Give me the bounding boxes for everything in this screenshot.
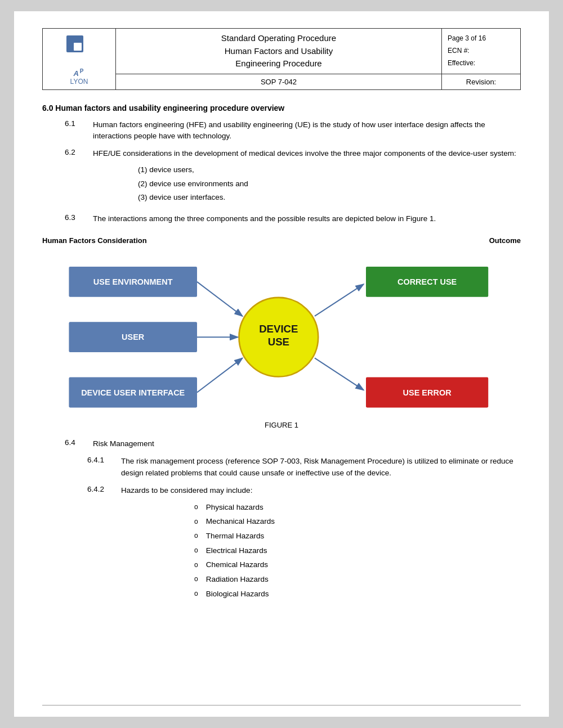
svg-text:USE ENVIRONMENT: USE ENVIRONMENT bbox=[93, 277, 173, 286]
section-6-1: 6.1 Human factors engineering (HFE) and … bbox=[65, 119, 521, 143]
figure-caption: FIGURE 1 bbox=[42, 421, 521, 429]
hazard-item: Mechanical Hazards bbox=[194, 514, 275, 529]
svg-text:DEVICE USER INTERFACE: DEVICE USER INTERFACE bbox=[81, 388, 185, 397]
section-6-4-1: 6.4.1 The risk management process (refer… bbox=[87, 456, 521, 479]
header-table: AP LYON Standard Operating Procedure Hum… bbox=[42, 28, 521, 90]
logo-sub: LYON bbox=[48, 78, 110, 86]
figure-label-left: Human Factors Consideration bbox=[42, 236, 147, 245]
svg-rect-1 bbox=[74, 43, 82, 51]
section-6-3: 6.3 The interactions among the three com… bbox=[65, 213, 521, 225]
sop-number: SOP 7-042 bbox=[261, 78, 297, 86]
hazard-item: Radiation Hazards bbox=[194, 572, 275, 587]
logo-cell: AP LYON bbox=[43, 29, 116, 90]
s6-3-num: 6.3 bbox=[65, 213, 93, 225]
page-number: Page 3 of 16 bbox=[448, 33, 515, 45]
section-6-0: 6.0 Human factors and usability engineer… bbox=[42, 104, 521, 601]
s6-4-2-text: Hazards to be considered may include: bbox=[121, 486, 252, 495]
svg-line-17 bbox=[197, 358, 243, 393]
s6-4-1-num: 6.4.1 bbox=[87, 456, 121, 479]
s6-2-text: HFE/UE considerations in the development… bbox=[93, 149, 516, 158]
logo-icon bbox=[64, 33, 95, 64]
s6-1-num: 6.1 bbox=[65, 119, 93, 143]
title-line1: Standard Operating Procedure bbox=[221, 33, 336, 43]
s6-2-item3: (3) device user interfaces. bbox=[138, 191, 516, 204]
hazard-item: Thermal Hazards bbox=[194, 529, 275, 543]
s6-2-num: 6.2 bbox=[65, 148, 93, 208]
hazard-item: Physical hazards bbox=[194, 500, 275, 515]
s6-1-text: Human factors engineering (HFE) and usab… bbox=[93, 119, 521, 143]
svg-line-18 bbox=[315, 284, 364, 316]
page: AP LYON Standard Operating Procedure Hum… bbox=[14, 11, 549, 717]
diagram-area: USE ENVIRONMENT USER DEVICE USER INTERFA… bbox=[42, 249, 521, 418]
svg-text:USE ERROR: USE ERROR bbox=[403, 388, 452, 397]
s6-2-subitems: (1) device users, (2) device use environ… bbox=[138, 163, 516, 204]
s6-4-2-num: 6.4.2 bbox=[87, 485, 121, 601]
hazard-item: Biological Hazards bbox=[194, 587, 275, 601]
svg-text:DEVICE: DEVICE bbox=[259, 323, 298, 335]
title-line2: Human Factors and Usability bbox=[225, 46, 333, 56]
sop-cell: SOP 7-042 bbox=[116, 74, 442, 89]
figure-label-right: Outcome bbox=[489, 236, 521, 245]
s6-2-item2: (2) device use environments and bbox=[138, 177, 516, 191]
hazard-item: Electrical Hazards bbox=[194, 543, 275, 558]
svg-line-19 bbox=[315, 358, 364, 390]
diagram-svg: USE ENVIRONMENT USER DEVICE USER INTERFA… bbox=[42, 249, 521, 418]
revision-label: Revision: bbox=[466, 78, 496, 86]
s6-4-num: 6.4 bbox=[65, 438, 93, 450]
figure-1-container: Human Factors Consideration Outcome USE … bbox=[42, 236, 521, 429]
effective: Effective: bbox=[448, 57, 515, 70]
s6-4-text: Risk Management bbox=[93, 438, 154, 450]
page-info-cell: Page 3 of 16 ECN #: Effective: bbox=[442, 29, 521, 74]
section-6-2: 6.2 HFE/UE considerations in the develop… bbox=[65, 148, 521, 208]
revision-cell: Revision: bbox=[442, 74, 521, 89]
section-6-4-2: 6.4.2 Hazards to be considered may inclu… bbox=[87, 485, 521, 601]
svg-line-15 bbox=[197, 282, 243, 316]
hazard-list: Physical hazardsMechanical HazardsTherma… bbox=[194, 500, 275, 601]
section-6-4: 6.4 Risk Management bbox=[65, 438, 521, 450]
ecn: ECN #: bbox=[448, 45, 515, 57]
figure-label-row: Human Factors Consideration Outcome bbox=[42, 236, 521, 245]
svg-text:CORRECT USE: CORRECT USE bbox=[397, 277, 457, 286]
logo-text: AP bbox=[48, 68, 110, 78]
s6-3-text: The interactions among the three compone… bbox=[93, 213, 436, 225]
hazard-item: Chemical Hazards bbox=[194, 558, 275, 572]
s6-4-1-text: The risk management process (reference S… bbox=[121, 456, 521, 479]
header-title: Standard Operating Procedure Human Facto… bbox=[116, 29, 442, 74]
section-6-0-heading: 6.0 Human factors and usability engineer… bbox=[42, 104, 521, 113]
footer-line bbox=[42, 705, 521, 705]
svg-text:USE: USE bbox=[268, 336, 289, 348]
title-line3: Engineering Procedure bbox=[235, 59, 321, 68]
s6-2-item1: (1) device users, bbox=[138, 163, 516, 177]
svg-text:USER: USER bbox=[122, 332, 145, 341]
